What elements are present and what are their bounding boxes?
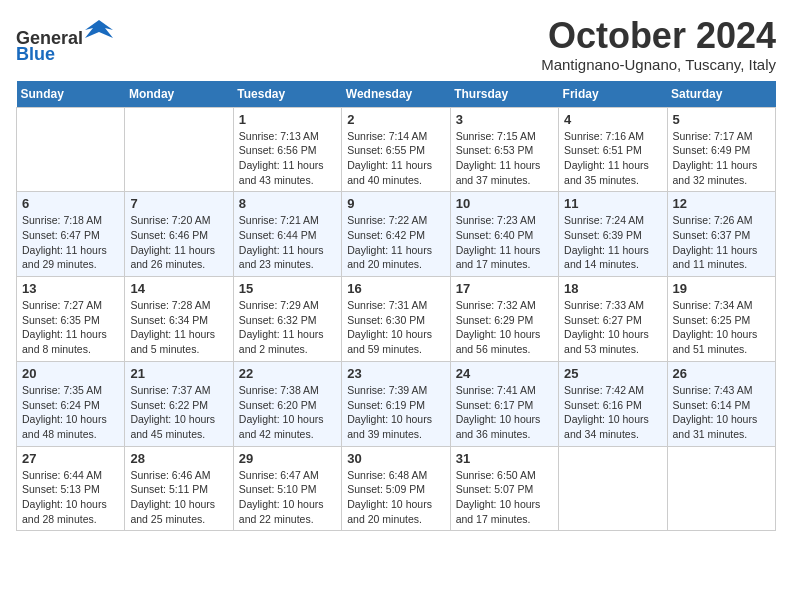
day-info: Sunrise: 6:50 AM Sunset: 5:07 PM Dayligh… [456, 468, 553, 527]
calendar-body: 1Sunrise: 7:13 AM Sunset: 6:56 PM Daylig… [17, 107, 776, 531]
calendar-cell: 30Sunrise: 6:48 AM Sunset: 5:09 PM Dayli… [342, 446, 450, 531]
calendar-week-row: 20Sunrise: 7:35 AM Sunset: 6:24 PM Dayli… [17, 361, 776, 446]
calendar-cell: 3Sunrise: 7:15 AM Sunset: 6:53 PM Daylig… [450, 107, 558, 192]
day-number: 18 [564, 281, 661, 296]
day-number: 30 [347, 451, 444, 466]
calendar-cell: 27Sunrise: 6:44 AM Sunset: 5:13 PM Dayli… [17, 446, 125, 531]
day-info: Sunrise: 7:37 AM Sunset: 6:22 PM Dayligh… [130, 383, 227, 442]
calendar-cell: 5Sunrise: 7:17 AM Sunset: 6:49 PM Daylig… [667, 107, 775, 192]
calendar-week-row: 1Sunrise: 7:13 AM Sunset: 6:56 PM Daylig… [17, 107, 776, 192]
day-number: 14 [130, 281, 227, 296]
calendar-cell: 24Sunrise: 7:41 AM Sunset: 6:17 PM Dayli… [450, 361, 558, 446]
calendar-header-row: SundayMondayTuesdayWednesdayThursdayFrid… [17, 81, 776, 108]
calendar-cell: 26Sunrise: 7:43 AM Sunset: 6:14 PM Dayli… [667, 361, 775, 446]
day-info: Sunrise: 7:15 AM Sunset: 6:53 PM Dayligh… [456, 129, 553, 188]
day-number: 11 [564, 196, 661, 211]
calendar-cell: 16Sunrise: 7:31 AM Sunset: 6:30 PM Dayli… [342, 277, 450, 362]
day-info: Sunrise: 7:41 AM Sunset: 6:17 PM Dayligh… [456, 383, 553, 442]
weekday-header-wednesday: Wednesday [342, 81, 450, 108]
day-number: 8 [239, 196, 336, 211]
day-info: Sunrise: 7:17 AM Sunset: 6:49 PM Dayligh… [673, 129, 770, 188]
day-number: 31 [456, 451, 553, 466]
day-info: Sunrise: 7:35 AM Sunset: 6:24 PM Dayligh… [22, 383, 119, 442]
day-number: 20 [22, 366, 119, 381]
day-info: Sunrise: 7:20 AM Sunset: 6:46 PM Dayligh… [130, 213, 227, 272]
day-number: 21 [130, 366, 227, 381]
day-number: 22 [239, 366, 336, 381]
calendar-week-row: 27Sunrise: 6:44 AM Sunset: 5:13 PM Dayli… [17, 446, 776, 531]
title-block: October 2024 Mantignano-Ugnano, Tuscany,… [541, 16, 776, 73]
logo-bird-icon [85, 16, 113, 44]
day-info: Sunrise: 7:21 AM Sunset: 6:44 PM Dayligh… [239, 213, 336, 272]
calendar-cell [125, 107, 233, 192]
weekday-header-friday: Friday [559, 81, 667, 108]
day-number: 17 [456, 281, 553, 296]
calendar-cell: 25Sunrise: 7:42 AM Sunset: 6:16 PM Dayli… [559, 361, 667, 446]
day-number: 2 [347, 112, 444, 127]
day-info: Sunrise: 7:13 AM Sunset: 6:56 PM Dayligh… [239, 129, 336, 188]
day-info: Sunrise: 7:31 AM Sunset: 6:30 PM Dayligh… [347, 298, 444, 357]
day-info: Sunrise: 6:46 AM Sunset: 5:11 PM Dayligh… [130, 468, 227, 527]
calendar-cell: 28Sunrise: 6:46 AM Sunset: 5:11 PM Dayli… [125, 446, 233, 531]
day-info: Sunrise: 7:43 AM Sunset: 6:14 PM Dayligh… [673, 383, 770, 442]
calendar-cell: 8Sunrise: 7:21 AM Sunset: 6:44 PM Daylig… [233, 192, 341, 277]
day-number: 19 [673, 281, 770, 296]
day-number: 10 [456, 196, 553, 211]
calendar-cell: 11Sunrise: 7:24 AM Sunset: 6:39 PM Dayli… [559, 192, 667, 277]
day-number: 27 [22, 451, 119, 466]
location: Mantignano-Ugnano, Tuscany, Italy [541, 56, 776, 73]
calendar-cell: 23Sunrise: 7:39 AM Sunset: 6:19 PM Dayli… [342, 361, 450, 446]
day-number: 5 [673, 112, 770, 127]
calendar-cell: 15Sunrise: 7:29 AM Sunset: 6:32 PM Dayli… [233, 277, 341, 362]
day-number: 12 [673, 196, 770, 211]
calendar-cell: 12Sunrise: 7:26 AM Sunset: 6:37 PM Dayli… [667, 192, 775, 277]
calendar-cell: 31Sunrise: 6:50 AM Sunset: 5:07 PM Dayli… [450, 446, 558, 531]
day-info: Sunrise: 7:24 AM Sunset: 6:39 PM Dayligh… [564, 213, 661, 272]
calendar-cell [667, 446, 775, 531]
calendar-cell: 7Sunrise: 7:20 AM Sunset: 6:46 PM Daylig… [125, 192, 233, 277]
day-number: 25 [564, 366, 661, 381]
weekday-header-tuesday: Tuesday [233, 81, 341, 108]
day-info: Sunrise: 7:32 AM Sunset: 6:29 PM Dayligh… [456, 298, 553, 357]
calendar-cell: 20Sunrise: 7:35 AM Sunset: 6:24 PM Dayli… [17, 361, 125, 446]
day-number: 23 [347, 366, 444, 381]
day-number: 15 [239, 281, 336, 296]
calendar-cell: 6Sunrise: 7:18 AM Sunset: 6:47 PM Daylig… [17, 192, 125, 277]
day-info: Sunrise: 7:34 AM Sunset: 6:25 PM Dayligh… [673, 298, 770, 357]
calendar-cell: 2Sunrise: 7:14 AM Sunset: 6:55 PM Daylig… [342, 107, 450, 192]
day-info: Sunrise: 7:29 AM Sunset: 6:32 PM Dayligh… [239, 298, 336, 357]
day-number: 16 [347, 281, 444, 296]
day-number: 7 [130, 196, 227, 211]
calendar-cell: 29Sunrise: 6:47 AM Sunset: 5:10 PM Dayli… [233, 446, 341, 531]
day-number: 13 [22, 281, 119, 296]
day-info: Sunrise: 7:39 AM Sunset: 6:19 PM Dayligh… [347, 383, 444, 442]
day-number: 4 [564, 112, 661, 127]
calendar-cell [17, 107, 125, 192]
calendar-cell: 9Sunrise: 7:22 AM Sunset: 6:42 PM Daylig… [342, 192, 450, 277]
calendar-week-row: 6Sunrise: 7:18 AM Sunset: 6:47 PM Daylig… [17, 192, 776, 277]
day-number: 9 [347, 196, 444, 211]
day-info: Sunrise: 7:22 AM Sunset: 6:42 PM Dayligh… [347, 213, 444, 272]
day-info: Sunrise: 7:26 AM Sunset: 6:37 PM Dayligh… [673, 213, 770, 272]
day-number: 6 [22, 196, 119, 211]
day-info: Sunrise: 7:42 AM Sunset: 6:16 PM Dayligh… [564, 383, 661, 442]
logo-blue: Blue [16, 44, 55, 64]
calendar-cell: 13Sunrise: 7:27 AM Sunset: 6:35 PM Dayli… [17, 277, 125, 362]
calendar-cell [559, 446, 667, 531]
day-number: 24 [456, 366, 553, 381]
calendar-cell: 4Sunrise: 7:16 AM Sunset: 6:51 PM Daylig… [559, 107, 667, 192]
day-number: 29 [239, 451, 336, 466]
calendar-cell: 10Sunrise: 7:23 AM Sunset: 6:40 PM Dayli… [450, 192, 558, 277]
day-info: Sunrise: 7:23 AM Sunset: 6:40 PM Dayligh… [456, 213, 553, 272]
calendar-cell: 1Sunrise: 7:13 AM Sunset: 6:56 PM Daylig… [233, 107, 341, 192]
day-info: Sunrise: 6:48 AM Sunset: 5:09 PM Dayligh… [347, 468, 444, 527]
day-number: 28 [130, 451, 227, 466]
calendar-cell: 22Sunrise: 7:38 AM Sunset: 6:20 PM Dayli… [233, 361, 341, 446]
calendar-week-row: 13Sunrise: 7:27 AM Sunset: 6:35 PM Dayli… [17, 277, 776, 362]
weekday-header-saturday: Saturday [667, 81, 775, 108]
month-title: October 2024 [541, 16, 776, 56]
page-header: General Blue October 2024 Mantignano-Ugn… [16, 16, 776, 73]
day-info: Sunrise: 6:44 AM Sunset: 5:13 PM Dayligh… [22, 468, 119, 527]
weekday-header-sunday: Sunday [17, 81, 125, 108]
day-info: Sunrise: 7:27 AM Sunset: 6:35 PM Dayligh… [22, 298, 119, 357]
